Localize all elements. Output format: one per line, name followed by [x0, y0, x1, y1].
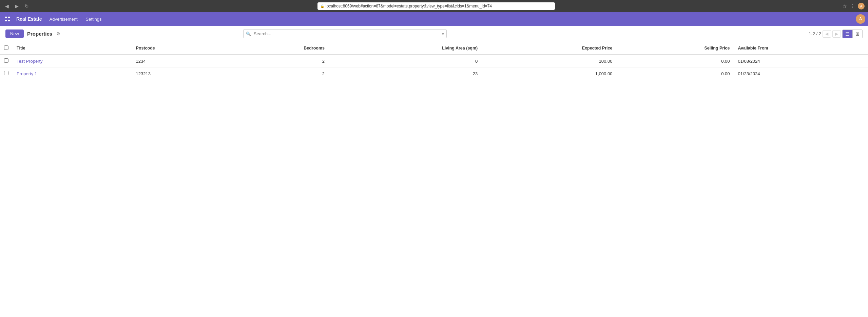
browser-right-icons: ☆ ⋮ A	[842, 3, 865, 9]
browser-chrome: ◀ ▶ ↻ 🔒 localhost:8069/web#action=87&mod…	[0, 0, 868, 12]
col-expected-price[interactable]: Expected Price	[482, 42, 616, 55]
row-checkbox-cell[interactable]	[0, 55, 13, 67]
search-dropdown-button[interactable]: ▼	[441, 32, 445, 36]
address-bar[interactable]: 🔒 localhost:8069/web#action=87&model=est…	[317, 2, 555, 10]
row-bedrooms: 2	[227, 67, 329, 80]
user-avatar[interactable]: A	[856, 14, 865, 24]
nav-advertisement[interactable]: Advertisement	[46, 15, 81, 23]
col-bedrooms[interactable]: Bedrooms	[227, 42, 329, 55]
row-expected-price: 1,000.00	[482, 67, 616, 80]
page-title: Properties	[27, 31, 52, 37]
row-checkbox-cell[interactable]	[0, 67, 13, 80]
row-available-from: 01/08/2024	[734, 55, 868, 67]
row-living-area: 0	[329, 55, 482, 67]
row-expected-price: 100.00	[482, 55, 616, 67]
new-button[interactable]: New	[5, 29, 24, 38]
svg-rect-1	[8, 17, 10, 18]
select-all-checkbox-header[interactable]	[0, 42, 13, 55]
row-checkbox[interactable]	[4, 71, 8, 75]
row-available-from: 01/23/2024	[734, 67, 868, 80]
refresh-button[interactable]: ↻	[23, 3, 31, 9]
gear-icon[interactable]: ⚙	[56, 31, 60, 36]
table-row[interactable]: Test Property 1234 2 0 100.00 0.00 01/08…	[0, 55, 868, 67]
browser-avatar: A	[858, 3, 865, 9]
search-input[interactable]	[243, 29, 447, 38]
kanban-view-button[interactable]: ⊞	[853, 30, 862, 38]
search-bar-container: 🔍 ▼	[243, 29, 447, 38]
row-title[interactable]: Property 1	[13, 67, 132, 80]
row-checkbox[interactable]	[4, 58, 8, 63]
next-page-button[interactable]: ▶	[832, 30, 841, 38]
row-postcode: 1234	[132, 55, 227, 67]
pagination-controls: 1-2 / 2 ◀ ▶ ☰ ⊞	[809, 29, 863, 38]
svg-rect-0	[5, 17, 7, 18]
view-toggle: ☰ ⊞	[842, 29, 863, 38]
col-postcode[interactable]: Postcode	[132, 42, 227, 55]
col-available-from[interactable]: Available From	[734, 42, 868, 55]
row-selling-price: 0.00	[616, 55, 734, 67]
app-nav-right: A	[856, 14, 865, 24]
col-selling-price[interactable]: Selling Price	[616, 42, 734, 55]
svg-rect-3	[8, 20, 10, 21]
row-postcode: 123213	[132, 67, 227, 80]
forward-button[interactable]: ▶	[13, 3, 20, 9]
table-header-row: Title Postcode Bedrooms Living Area (sqm…	[0, 42, 868, 55]
row-bedrooms: 2	[227, 55, 329, 67]
lock-icon: 🔒	[320, 4, 324, 8]
nav-settings[interactable]: Settings	[82, 15, 105, 23]
select-all-checkbox[interactable]	[4, 45, 8, 50]
search-icon: 🔍	[246, 32, 251, 36]
app-grid-button[interactable]	[3, 15, 12, 23]
back-button[interactable]: ◀	[3, 3, 11, 9]
toolbar: New Properties ⚙ 🔍 ▼ 1-2 / 2 ◀ ▶ ☰ ⊞	[0, 26, 868, 42]
url-text: localhost:8069/web#action=87&model=estat…	[326, 4, 492, 8]
app-nav: Real Estate Advertisement Settings A	[0, 12, 868, 26]
col-living-area[interactable]: Living Area (sqm)	[329, 42, 482, 55]
row-selling-price: 0.00	[616, 67, 734, 80]
prev-page-button[interactable]: ◀	[823, 30, 831, 38]
settings-icon[interactable]: ⋮	[850, 3, 856, 9]
list-view-button[interactable]: ☰	[843, 30, 853, 38]
table-row[interactable]: Property 1 123213 2 23 1,000.00 0.00 01/…	[0, 67, 868, 80]
properties-table: Title Postcode Bedrooms Living Area (sqm…	[0, 42, 868, 80]
row-living-area: 23	[329, 67, 482, 80]
bookmark-icon[interactable]: ☆	[842, 3, 848, 9]
col-title[interactable]: Title	[13, 42, 132, 55]
app-title: Real Estate	[14, 16, 44, 22]
svg-rect-2	[5, 20, 7, 21]
main-content: New Properties ⚙ 🔍 ▼ 1-2 / 2 ◀ ▶ ☰ ⊞ Tit…	[0, 26, 868, 317]
row-title[interactable]: Test Property	[13, 55, 132, 67]
pagination-text: 1-2 / 2	[809, 31, 821, 36]
